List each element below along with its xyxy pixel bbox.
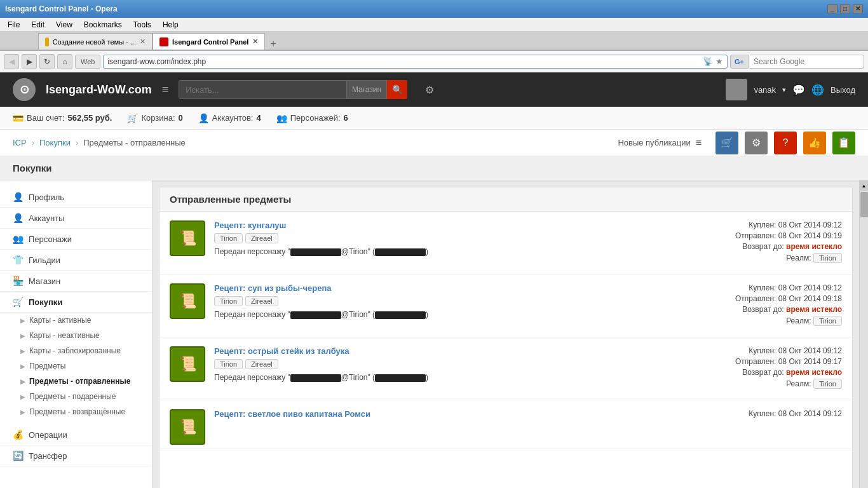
item-2-realm-badge: Tirion bbox=[813, 316, 842, 326]
site-user-avatar bbox=[726, 79, 747, 100]
site-logo-icon: ⊙ bbox=[13, 78, 36, 101]
item-3-name[interactable]: Рецепт: острый стейк из талбука bbox=[214, 346, 693, 356]
sidebar-item-profile[interactable]: 👤 Профиль bbox=[0, 187, 152, 208]
sidebar-subitem-items-sent[interactable]: ▶ Предметы - отправленные bbox=[0, 374, 152, 389]
scrollbar-thumb[interactable] bbox=[860, 192, 868, 217]
back-button[interactable]: ◀ bbox=[4, 54, 19, 69]
sidebar-item-chars[interactable]: 👥 Персонажи bbox=[0, 229, 152, 250]
sidebar-subitem-items[interactable]: ▶ Предметы bbox=[0, 358, 152, 374]
sidebar-label-accounts: Аккаунты bbox=[29, 214, 64, 223]
browser-menubar: File Edit View Bookmarks Tools Help bbox=[0, 18, 868, 32]
site-search-input[interactable] bbox=[179, 80, 347, 99]
bookmark-icon[interactable]: ★ bbox=[715, 57, 723, 66]
accounts-icon: 👤 bbox=[198, 113, 209, 123]
item-2-name[interactable]: Рецепт: суп из рыбы-черепа bbox=[214, 283, 693, 293]
arrow-icon-4: ▶ bbox=[20, 363, 25, 370]
tab-1-close[interactable]: ✕ bbox=[140, 37, 146, 46]
site-settings-icon[interactable]: ⚙ bbox=[425, 84, 434, 96]
sidebar-label-operations: Операции bbox=[29, 430, 67, 440]
item-3-realm-badge: Tirion bbox=[813, 379, 842, 389]
balance-icon: 💳 bbox=[13, 113, 24, 123]
breadcrumb-purchases[interactable]: Покупки bbox=[39, 138, 71, 147]
site-search-button[interactable]: 🔍 bbox=[387, 80, 407, 99]
site-logo-text: Isengard-WoW.com bbox=[46, 83, 152, 97]
sidebar-subitem-cards-active[interactable]: ▶ Карты - активные bbox=[0, 313, 152, 328]
close-button[interactable]: ✕ bbox=[853, 4, 863, 13]
sidebar-label-profile: Профиль bbox=[29, 193, 64, 202]
site-message-icon[interactable]: 💬 bbox=[792, 84, 805, 96]
address-bar[interactable]: isengard-wow.com/index.php 📡 ★ bbox=[103, 55, 728, 69]
menu-tools[interactable]: Tools bbox=[128, 19, 156, 30]
toolbar-btn-cart[interactable]: 🛒 bbox=[715, 132, 738, 154]
web-label[interactable]: Web bbox=[75, 55, 100, 69]
item-1-return-status: время истекло bbox=[786, 242, 842, 251]
accounts-label: Аккаунтов: bbox=[212, 113, 254, 123]
chars-item: 👥 Персонажей: 6 bbox=[276, 113, 348, 123]
scrollbar-up-button[interactable]: ▲ bbox=[860, 180, 869, 191]
menu-file[interactable]: File bbox=[3, 19, 25, 30]
site-globe-icon[interactable]: 🌐 bbox=[811, 84, 824, 96]
sidebar-item-purchases[interactable]: 🛒 Покупки bbox=[0, 292, 152, 313]
sidebar-item-shop[interactable]: 🏪 Магазин bbox=[0, 271, 152, 292]
rss-icon[interactable]: 📡 bbox=[703, 57, 713, 66]
item-1-name[interactable]: Рецепт: кунгалуш bbox=[214, 220, 693, 230]
search-bar-wrap: G+ bbox=[730, 55, 864, 69]
item-3-details: Рецепт: острый стейк из талбука Tirion Z… bbox=[214, 346, 693, 382]
item-1-tag-2[interactable]: Zireael bbox=[245, 233, 278, 243]
search-engine-icon[interactable]: G+ bbox=[730, 55, 749, 69]
site-user-wrap: vanak ▾ 💬 🌐 Выход bbox=[726, 79, 855, 100]
sidebar-subitem-items-returned[interactable]: ▶ Предметы - возвращённые bbox=[0, 404, 152, 419]
breadcrumb-icp[interactable]: ICP bbox=[13, 138, 27, 147]
sidebar-subitem-cards-blocked[interactable]: ▶ Карты - заблокированные bbox=[0, 343, 152, 358]
menu-help[interactable]: Help bbox=[158, 19, 184, 30]
item-2-tag-1[interactable]: Tirion bbox=[214, 296, 243, 306]
table-row: 📜 Рецепт: острый стейк из талбука Tirion… bbox=[159, 337, 852, 400]
sidebar-subitem-items-gifted[interactable]: ▶ Предметы - подаренные bbox=[0, 389, 152, 404]
table-row: 📜 Рецепт: кунгалуш Tirion Zireael Переда… bbox=[159, 212, 852, 274]
item-2-icon: 📜 bbox=[170, 283, 205, 319]
item-3-tag-2[interactable]: Zireael bbox=[245, 359, 278, 369]
maximize-button[interactable]: □ bbox=[840, 4, 850, 13]
menu-view[interactable]: View bbox=[51, 19, 78, 30]
item-3-return-status: время истекло bbox=[786, 368, 842, 377]
tab-2-close[interactable]: ✕ bbox=[252, 37, 258, 46]
menu-edit[interactable]: Edit bbox=[26, 19, 50, 30]
tab-2[interactable]: Isengard Control Panel ✕ bbox=[153, 33, 265, 50]
hamburger-icon[interactable]: ≡ bbox=[162, 83, 169, 97]
item-1-sent: Отправлен: 08 Окт 2014 09:19 bbox=[702, 231, 842, 240]
sidebar-item-guilds[interactable]: 👕 Гильдии bbox=[0, 250, 152, 271]
vertical-scrollbar[interactable]: ▲ ▼ bbox=[859, 180, 868, 488]
item-4-name[interactable]: Рецепт: светлое пиво капитана Ромси bbox=[214, 409, 693, 419]
home-button[interactable]: ⌂ bbox=[57, 54, 72, 69]
search-input[interactable] bbox=[750, 55, 864, 69]
toolbar-btn-help[interactable]: ? bbox=[774, 132, 797, 154]
sidebar-subitem-cards-inactive[interactable]: ▶ Карты - неактивные bbox=[0, 328, 152, 343]
guilds-sidebar-icon: 👕 bbox=[13, 255, 24, 265]
item-3-tag-1[interactable]: Tirion bbox=[214, 359, 243, 369]
reload-button[interactable]: ↻ bbox=[39, 54, 55, 69]
toolbar-btn-settings[interactable]: ⚙ bbox=[745, 132, 768, 154]
site-logout-button[interactable]: Выход bbox=[831, 85, 855, 95]
sidebar: 👤 Профиль 👤 Аккаунты 👥 Персонажи 👕 Гильд… bbox=[0, 180, 153, 488]
sidebar-item-operations[interactable]: 💰 Операции bbox=[0, 424, 152, 445]
forward-button[interactable]: ▶ bbox=[22, 54, 37, 69]
tab-1[interactable]: Создание новой темы - ... ✕ bbox=[38, 33, 153, 50]
sidebar-item-accounts[interactable]: 👤 Аккаунты bbox=[0, 208, 152, 229]
item-1-realm-badge: Tirion bbox=[813, 253, 842, 263]
item-2-tag-2[interactable]: Zireael bbox=[245, 296, 278, 306]
list-view-icon[interactable]: ≡ bbox=[696, 137, 702, 149]
item-1-meta: Куплен: 08 Окт 2014 09:12 Отправлен: 08 … bbox=[702, 220, 842, 265]
address-bar-wrap: Web isengard-wow.com/index.php 📡 ★ bbox=[75, 55, 728, 69]
item-3-icon-symbol: 📜 bbox=[179, 356, 196, 372]
item-1-tag-1[interactable]: Tirion bbox=[214, 233, 243, 243]
new-tab-button[interactable]: + bbox=[265, 38, 281, 50]
menu-bookmarks[interactable]: Bookmarks bbox=[79, 19, 127, 30]
toolbar-btn-clipboard[interactable]: 📋 bbox=[832, 132, 855, 154]
item-3-return-label: Возврат до: bbox=[742, 368, 783, 377]
minimize-button[interactable]: _ bbox=[827, 4, 837, 13]
site-username[interactable]: vanak bbox=[754, 85, 776, 95]
toolbar-btn-like[interactable]: 👍 bbox=[803, 132, 826, 154]
window-controls[interactable]: _ □ ✕ bbox=[827, 4, 863, 13]
sidebar-item-transfer[interactable]: 🔄 Трансфер bbox=[0, 445, 152, 466]
operations-sidebar-icon: 💰 bbox=[13, 430, 24, 440]
